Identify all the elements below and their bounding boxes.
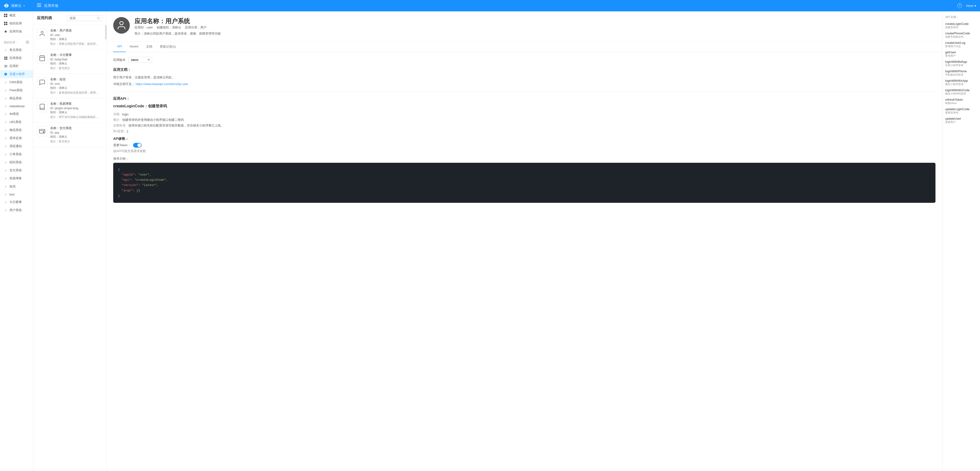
api-list-item[interactable]: createPhoneCode 创建手机验证码: [945, 32, 977, 39]
app-info: 名称：支付系统 ID: pay 组织：清林云 简介：暂无简介: [50, 126, 103, 143]
sidebar-label: IM系统: [10, 112, 19, 116]
sidebar-item-feedback[interactable]: ○ 需求反馈: [0, 134, 33, 142]
user-sys-icon: ○: [4, 208, 8, 212]
api-list-title: API 列表：: [945, 15, 977, 19]
grid-icon: [4, 13, 8, 17]
sidebar-item-cms[interactable]: ○ CMS系统: [0, 78, 33, 86]
topbar-right: ? Victor ▾: [957, 3, 976, 8]
api-list-item[interactable]: updateLoginCode 更新登录码: [945, 107, 977, 115]
help-icon[interactable]: ?: [957, 3, 962, 8]
svg-rect-6: [6, 14, 7, 15]
topbar-logo[interactable]: 清林云 ▾: [4, 3, 37, 8]
sidebar-item-app-market[interactable]: 应用市场: [0, 27, 33, 35]
search-input[interactable]: [70, 16, 95, 20]
example-label: 请求示例：: [113, 157, 935, 161]
sidebar-item-overview[interactable]: 概览: [0, 11, 33, 19]
sidebar-item-helloworld[interactable]: ○ HelloWorld: [0, 102, 33, 110]
today-icon: ○: [4, 200, 8, 204]
tab-docs[interactable]: 文档: [142, 42, 156, 52]
app-org: 组织：清林云: [50, 135, 103, 139]
sidebar-item-order[interactable]: ○ 订单系统: [0, 150, 33, 158]
list-item[interactable]: 名称：短信 ID: sms 组织：清林云 简介：多渠道的短信发送应用，使用在渠道…: [33, 74, 107, 98]
sidebar-item-blog[interactable]: ○ 简易博客: [0, 174, 33, 183]
svg-point-13: [27, 42, 28, 43]
api-list-item[interactable]: loginWithWxCode 微信小程序码登录: [945, 88, 977, 95]
api-list-item[interactable]: loginWithBdApp 百度小程序登录: [945, 60, 977, 67]
sidebar-label: 简易博客: [10, 176, 22, 181]
sidebar-item-feed[interactable]: ○ Feed系统: [0, 86, 33, 94]
list-item[interactable]: 名称：用户系统 ID: user 组织：清林云 简介：清林云同款用户系统，提供登…: [33, 25, 107, 49]
sidebar-label: 商品系统: [10, 96, 22, 100]
sidebar-item-app-bar[interactable]: 应用栏: [0, 62, 33, 70]
topbar-menu-icon[interactable]: [37, 3, 41, 8]
lines-icon: [4, 64, 8, 68]
tab-issues[interactable]: Issues: [126, 42, 142, 52]
doc-link[interactable]: https://www.baasapi.com/docs/bp-user: [136, 82, 189, 86]
doc-text2: 详细文档可见： https://www.baasapi.com/docs/bp-…: [113, 81, 935, 87]
baidu-icon: B: [4, 72, 8, 76]
sidebar-item-lbs[interactable]: ○ LBS系统: [0, 118, 33, 126]
sidebar-item-user-sys[interactable]: ○ 用户系统: [0, 206, 33, 214]
api-ru-label: RU定价:: [113, 129, 124, 134]
api-list-item[interactable]: refreshToken 刷新token: [945, 98, 977, 105]
sidebar-label: HelloWorld: [10, 105, 24, 108]
list-item[interactable]: 名称：今日要事 ID: todayTask 组织：清林云 简介：暂无简介: [33, 49, 107, 74]
app-desc: 简介：清林云同款用户系统，提供登录、搜索、权限管理等功能: [50, 42, 100, 46]
api-item-name: createUserLog: [945, 41, 977, 45]
token-label: 需要Token：: [113, 143, 131, 147]
svg-rect-8: [6, 16, 7, 17]
sidebar-item-notification[interactable]: ○ 系统通知: [0, 142, 33, 150]
topbar-logo-arrow[interactable]: ▾: [24, 5, 25, 7]
sidebar-label: 短信: [10, 184, 16, 189]
sidebar-label: LBS系统: [10, 120, 22, 124]
sidebar-item-org[interactable]: ○ 组织系统: [0, 158, 33, 166]
user-menu[interactable]: Victor ▾: [966, 4, 976, 8]
api-item-name: createPhoneCode: [945, 32, 977, 35]
sidebar-item-logistics[interactable]: ○ 物流系统: [0, 126, 33, 134]
search-box[interactable]: [67, 15, 103, 21]
api-list-item[interactable]: loginWithWxApp 微信小程序登录: [945, 79, 977, 86]
notif-icon: ○: [4, 144, 8, 148]
gear-icon[interactable]: [26, 40, 29, 45]
sidebar-item-org-apps[interactable]: 组织应用: [0, 19, 33, 27]
detail-info: 应用名称：用户系统 应用ID：user 创建组织：清林云 应用分类：用户 简介：…: [135, 17, 221, 36]
sidebar-label: 今日要事: [10, 200, 22, 204]
version-select[interactable]: latest v1.0 v2.0: [128, 57, 152, 63]
search-icon: [97, 17, 100, 20]
goods-icon: ○: [4, 96, 8, 100]
api-note-row: 文档补充: 使用本接口前先前往配置页填写相关数据，并且相关小程序要已上线。: [113, 123, 935, 128]
sidebar-item-today[interactable]: ○ 今日要事: [0, 198, 33, 206]
api-group-label: 分组:: [113, 112, 120, 116]
token-toggle[interactable]: [133, 143, 142, 148]
lbs-icon: ○: [4, 120, 8, 124]
sidebar-item-sms[interactable]: ○ 短信: [0, 183, 33, 191]
api-list-item[interactable]: loginWithPhone 手机验证码登录: [945, 69, 977, 76]
sidebar-item-test[interactable]: ○ test: [0, 191, 33, 198]
svg-rect-9: [4, 22, 5, 23]
app-desc: 简介：暂无简介: [50, 66, 100, 70]
svg-rect-7: [4, 16, 5, 17]
api-list-item[interactable]: createLoginCode 创建登录码: [945, 22, 977, 29]
my-apps-title: 我的应用：: [4, 40, 18, 45]
sidebar-item-baidu-mini[interactable]: B 百度小程序: [0, 70, 33, 78]
app-list-title: 应用列表: [37, 16, 52, 21]
api-item-name: refreshToken: [945, 98, 977, 102]
list-item[interactable]: 名称：支付系统 ID: pay 组织：清林云 简介：暂无简介: [33, 123, 107, 147]
tab-changelog[interactable]: 更新记录(1): [156, 42, 180, 52]
api-list-item[interactable]: getUser 查询用户: [945, 51, 977, 57]
api-list-item[interactable]: createUserLog 新增用户日志: [945, 41, 977, 48]
api-list-item[interactable]: updateUser 更新用户: [945, 117, 977, 124]
params-title: API参数：: [113, 137, 935, 141]
sidebar-label: 组织系统: [10, 160, 22, 164]
sidebar-item-app-sys[interactable]: 应用系统: [0, 54, 33, 62]
list-item[interactable]: 名称：简易博客 ID: qinglin-simple-blog 组织：清林云 简…: [33, 98, 107, 123]
im-icon: ○: [4, 112, 8, 116]
app-id: ID: todayTask: [50, 58, 103, 61]
sidebar-item-im[interactable]: ○ IM系统: [0, 110, 33, 118]
tab-api[interactable]: API: [113, 42, 126, 52]
sidebar-item-payment[interactable]: ○ 支付系统: [0, 166, 33, 174]
svg-text:B: B: [5, 73, 6, 75]
sidebar-item-goods[interactable]: ○ 商品系统: [0, 94, 33, 102]
api-item-desc: 更新用户: [945, 120, 977, 124]
sidebar-item-sales[interactable]: ○ 售后系统: [0, 46, 33, 54]
